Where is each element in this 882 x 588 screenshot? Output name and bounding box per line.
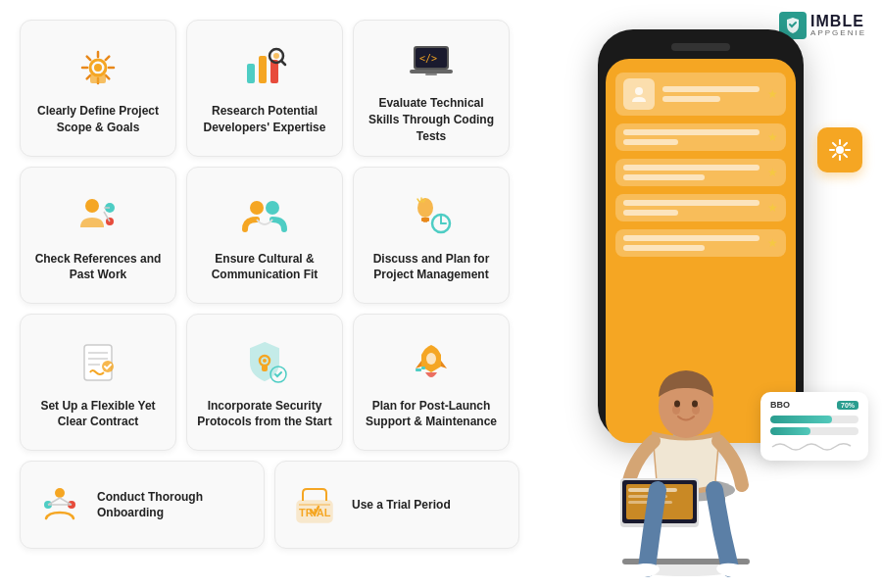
bbq-signature [770,439,858,453]
svg-rect-19 [410,70,453,74]
card-contract-label: Set Up a Flexible Yet Clear Contract [30,398,166,431]
phone-line [623,129,760,135]
gear-float-icon [817,127,862,172]
phone-lines-2 [623,129,760,145]
svg-rect-48 [416,368,421,371]
phone-avatar [623,78,655,110]
cards-grid: Clearly Define Project Scope & Goals Res… [20,20,539,559]
bbq-label: BBO [770,400,790,410]
shield-lock-icon [239,337,290,388]
svg-point-1 [94,64,102,72]
phone-lines-3 [623,165,760,180]
svg-line-8 [106,57,110,61]
bbq-line-1 [770,416,858,423]
grid-row-bottom: Conduct Thorough Onboarding TRIAL Use a … [20,461,539,549]
phone-line [623,200,760,206]
svg-point-27 [250,201,264,215]
svg-text:</>: </> [419,53,437,64]
phone-line [662,86,760,92]
card-security-label: Incorporate Security Protocols from the … [197,398,332,431]
phone-row-2: ★ [615,123,786,151]
svg-point-22 [85,199,99,213]
phone-lines-4 [623,200,760,216]
svg-point-29 [417,198,433,218]
phone-lines-1 [662,86,760,102]
svg-point-47 [426,353,436,365]
person-network-icon [73,190,123,241]
svg-rect-11 [247,64,255,83]
svg-line-64 [833,143,836,146]
onboarding-icon [36,481,83,528]
card-post-launch[interactable]: Plan for Post-Launch Support & Maintenan… [353,314,510,451]
card-security[interactable]: Incorporate Security Protocols from the … [186,314,343,451]
card-onboarding[interactable]: Conduct Thorough Onboarding [20,461,265,549]
contract-icon [73,337,123,388]
card-onboarding-label: Conduct Thorough Onboarding [97,489,248,522]
phone-star: ★ [767,201,778,215]
svg-point-58 [635,87,643,95]
people-chat-icon [239,190,290,241]
card-project-management[interactable]: Discuss and Plan for Project Management [353,167,510,304]
trial-icon: TRIAL [291,481,338,528]
card-evaluate-label: Evaluate Technical Skills Through Coding… [364,95,499,144]
chart-search-icon [239,42,290,93]
bbq-header: BBO 70% [770,400,858,410]
svg-point-78 [674,401,680,408]
phone-star: ★ [767,166,778,179]
svg-line-9 [87,75,91,79]
phone-line [623,165,760,171]
svg-line-6 [87,57,91,61]
bulb-tools-icon [406,190,457,241]
phone-star: ★ [767,87,778,101]
card-cultural-label: Ensure Cultural & Communication Fit [197,251,332,284]
svg-line-66 [844,143,847,146]
phone-row-3: ★ [615,159,786,186]
card-post-launch-label: Plan for Post-Launch Support & Maintenan… [364,398,499,431]
bbq-float-card: BBO 70% [760,392,868,461]
card-check-references[interactable]: Check References and Past Work [20,167,176,304]
card-define-scope-label: Clearly Define Project Scope & Goals [30,103,166,136]
svg-rect-12 [259,56,267,83]
phone-star: ★ [767,130,778,144]
phone-line [662,96,720,102]
svg-point-45 [263,359,267,363]
bbq-fill-1 [770,416,832,423]
svg-line-67 [833,154,836,157]
svg-line-37 [417,199,419,202]
svg-line-15 [281,61,285,65]
svg-line-65 [844,154,847,157]
card-contract[interactable]: Set Up a Flexible Yet Clear Contract [20,314,176,451]
gear-settings-icon [73,42,123,93]
bbq-tag: 70% [837,401,858,410]
person-illustration [588,216,784,588]
svg-point-28 [266,201,279,215]
card-define-scope[interactable]: Clearly Define Project Scope & Goals [20,20,176,157]
card-evaluate-skills[interactable]: </> Evaluate Technical Skills Through Co… [353,20,510,157]
svg-point-59 [836,146,844,154]
card-check-references-label: Check References and Past Work [30,251,166,284]
phone-line [623,174,705,180]
svg-rect-44 [262,365,268,371]
card-trial[interactable]: TRIAL Use a Trial Period [274,461,519,549]
svg-point-50 [55,488,65,498]
card-research-developers[interactable]: Research Potential Developers' Expertise [186,20,343,157]
grid-row-2: Check References and Past Work Ensure Cu… [20,167,539,304]
rocket-icon [406,337,457,388]
card-trial-label: Use a Trial Period [352,497,451,514]
svg-point-16 [273,53,279,59]
phone-row-avatar: ★ [615,73,786,116]
grid-row-3: Set Up a Flexible Yet Clear Contract Inc… [20,314,539,451]
phone-line [623,139,678,145]
svg-line-7 [106,75,110,79]
bbq-line-2 [770,427,858,435]
svg-rect-10 [90,74,106,83]
svg-rect-72 [681,559,750,564]
svg-rect-21 [425,74,437,75]
bbq-fill-2 [770,427,810,435]
card-cultural-fit[interactable]: Ensure Cultural & Communication Fit [186,167,343,304]
laptop-code-icon: </> [406,34,457,85]
grid-row-1: Clearly Define Project Scope & Goals Res… [20,20,539,157]
svg-point-79 [692,401,698,408]
card-project-mgmt-label: Discuss and Plan for Project Management [364,251,499,284]
svg-rect-49 [421,367,425,369]
